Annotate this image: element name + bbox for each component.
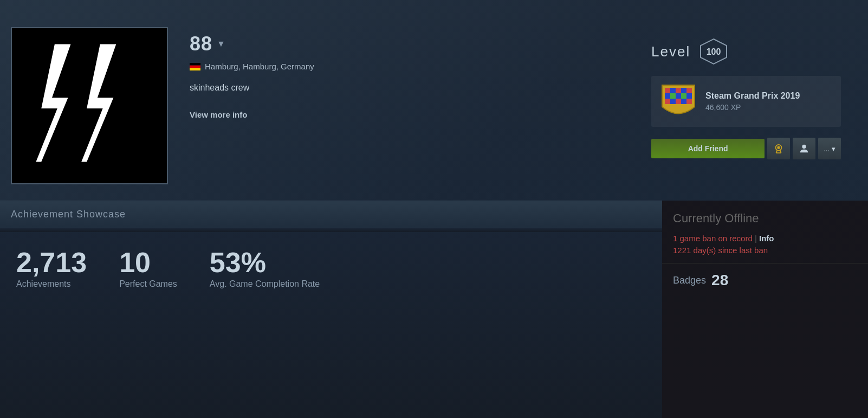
right-panel: Level 100: [646, 27, 852, 184]
page-wrapper: 88 ▼ Hamburg, Hamburg, Germany skinhead: [0, 0, 868, 418]
svg-rect-5: [190, 68, 200, 70]
more-label: ...: [824, 145, 830, 153]
svg-rect-8: [665, 88, 670, 93]
svg-rect-14: [670, 93, 676, 99]
svg-rect-9: [670, 88, 676, 93]
svg-point-24: [777, 146, 780, 149]
avatar-frame: [11, 27, 168, 184]
location-text: Hamburg, Hamburg, Germany: [205, 62, 314, 71]
perfect-games-label: Perfect Games: [119, 279, 177, 289]
level-badge: 100: [698, 38, 729, 65]
svg-rect-17: [686, 93, 692, 99]
svg-rect-4: [190, 65, 200, 68]
svg-rect-11: [681, 88, 686, 93]
level-label: Level: [651, 43, 690, 60]
profile-view-button[interactable]: [793, 138, 815, 159]
profile-info: 88 ▼ Hamburg, Hamburg, Germany skinhead: [179, 27, 646, 184]
main-content: Achievement Showcase 2,713 Achievements …: [0, 201, 662, 418]
badges-label: Badges: [673, 275, 706, 286]
svg-rect-3: [190, 63, 200, 66]
badges-count: 28: [711, 272, 728, 289]
svg-text:100: 100: [707, 47, 721, 56]
profile-main: 88 ▼ Hamburg, Hamburg, Germany skinhead: [0, 16, 868, 201]
offline-status-section: Currently Offline 1 game ban on record |…: [662, 201, 868, 263]
completion-rate-stat: 53% Avg. Game Completion Rate: [210, 248, 320, 289]
achievement-showcase-header: Achievement Showcase: [0, 201, 662, 228]
svg-rect-12: [686, 88, 692, 93]
badge-info: Steam Grand Prix 2019 46,600 XP: [705, 91, 800, 112]
flag-icon: [190, 63, 200, 70]
ban-info-link[interactable]: Info: [759, 234, 774, 243]
achievements-value: 2,713: [16, 248, 87, 276]
perfect-games-value: 10: [119, 248, 177, 276]
achievements-stat: 2,713 Achievements: [16, 248, 87, 289]
svg-rect-16: [681, 93, 686, 99]
clan-name: skinheads crew: [190, 83, 635, 93]
add-friend-button[interactable]: Add Friend: [651, 139, 765, 158]
top-section: 88 ▼ Hamburg, Hamburg, Germany skinhead: [0, 0, 868, 201]
avatar-area: [11, 27, 179, 184]
svg-rect-10: [676, 88, 681, 93]
grand-prix-badge-icon: [659, 82, 697, 120]
award-button[interactable]: [767, 138, 790, 159]
badge-xp: 46,600 XP: [705, 103, 800, 112]
ban-record: 1 game ban on record | Info: [673, 234, 857, 243]
perfect-games-stat: 10 Perfect Games: [119, 248, 177, 289]
svg-rect-19: [670, 99, 676, 104]
offline-status-text: Currently Offline: [673, 211, 857, 226]
username-dropdown-arrow[interactable]: ▼: [217, 39, 225, 49]
right-sidebar-bottom: Currently Offline 1 game ban on record |…: [662, 201, 868, 418]
username: 88: [190, 33, 212, 55]
level-section: Level 100: [651, 38, 841, 65]
svg-rect-22: [686, 99, 692, 104]
ban-record-text: 1 game ban on record: [673, 234, 753, 243]
more-chevron-icon: ▾: [832, 145, 835, 153]
svg-rect-13: [665, 93, 670, 99]
svg-rect-15: [676, 93, 681, 99]
bottom-section: Achievement Showcase 2,713 Achievements …: [0, 201, 868, 418]
action-buttons: Add Friend: [651, 138, 841, 159]
ban-days-text: 1221 day(s) since last ban: [673, 246, 857, 255]
svg-point-28: [802, 145, 806, 149]
completion-rate-value: 53%: [210, 248, 320, 276]
achievements-label: Achievements: [16, 279, 87, 289]
location-row: Hamburg, Hamburg, Germany: [190, 62, 635, 71]
svg-rect-18: [665, 99, 670, 104]
badges-section: Badges 28: [662, 263, 868, 297]
view-more-info-link[interactable]: View more info: [190, 110, 635, 119]
stats-area: 2,713 Achievements 10 Perfect Games 53% …: [0, 232, 662, 418]
avatar-image: [12, 28, 167, 183]
username-row: 88 ▼: [190, 33, 635, 55]
completion-rate-label: Avg. Game Completion Rate: [210, 279, 320, 289]
more-options-button[interactable]: ... ▾: [818, 138, 841, 159]
ban-separator: |: [755, 234, 757, 243]
badge-name: Steam Grand Prix 2019: [705, 91, 800, 101]
separator-bar: [0, 228, 662, 232]
badge-showcase: Steam Grand Prix 2019 46,600 XP: [651, 76, 841, 127]
svg-rect-21: [681, 99, 686, 104]
svg-rect-20: [676, 99, 681, 104]
achievement-showcase-title: Achievement Showcase: [11, 209, 126, 220]
